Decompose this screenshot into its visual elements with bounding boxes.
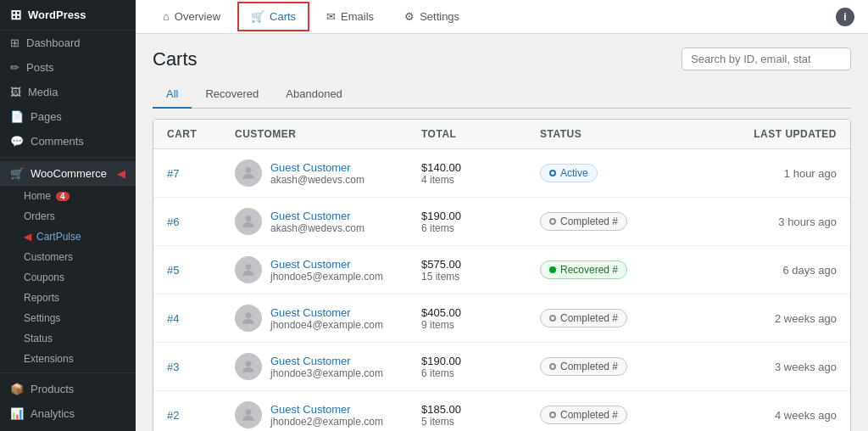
top-navigation: ⌂ Overview 🛒 Carts ✉ Emails ⚙ Settings i: [136, 0, 868, 34]
total-amount: $140.00: [421, 161, 540, 174]
col-last-updated: LAST UPDATED: [709, 128, 837, 140]
total-items: 5 items: [421, 416, 540, 428]
sidebar-item-posts[interactable]: ✏ Posts: [0, 55, 136, 80]
submenu-orders[interactable]: Orders: [0, 206, 136, 227]
total-items: 15 items: [421, 271, 540, 283]
customer-name[interactable]: Guest Customer: [270, 306, 383, 319]
customer-name[interactable]: Guest Customer: [270, 403, 383, 416]
total-amount: $405.00: [421, 306, 540, 319]
avatar: [235, 353, 262, 380]
sidebar-item-media[interactable]: 🖼 Media: [0, 80, 136, 104]
customer-name[interactable]: Guest Customer: [270, 161, 364, 174]
status-dot: [549, 170, 556, 176]
products-icon: 📦: [10, 383, 24, 395]
total-amount: $190.00: [421, 210, 540, 222]
sidebar-logo: ⊞ WordPress: [0, 0, 136, 31]
svg-point-5: [246, 409, 252, 415]
subtab-recovered[interactable]: Recovered: [192, 81, 272, 109]
submenu-cartpulse[interactable]: ◀ CartPulse: [0, 227, 136, 247]
status-badge: Completed #: [540, 212, 627, 231]
status-badge: Completed #: [540, 357, 627, 376]
status-badge: Completed #: [540, 406, 627, 424]
sidebar-item-products[interactable]: 📦 Products: [0, 377, 136, 401]
customer-cell: Guest Customer jhondoe2@example.com: [235, 401, 421, 428]
customer-email: jhondoe4@example.com: [270, 319, 383, 331]
tab-emails[interactable]: ✉ Emails: [313, 2, 387, 31]
dashboard-icon: ⊞: [10, 36, 19, 49]
content-area: Carts All Recovered Abandoned CART CUSTO…: [136, 34, 868, 431]
submenu-customers[interactable]: Customers: [0, 247, 136, 267]
customer-name[interactable]: Guest Customer: [270, 210, 364, 222]
cart-id[interactable]: #7: [167, 167, 235, 180]
customer-name[interactable]: Guest Customer: [270, 355, 383, 367]
cart-id[interactable]: #3: [167, 361, 235, 373]
wp-icon: ⊞: [10, 7, 21, 23]
total-amount: $190.00: [421, 355, 540, 367]
customer-email: akash@wedevs.com: [270, 222, 364, 234]
cart-id[interactable]: #6: [167, 216, 235, 228]
info-button[interactable]: i: [836, 8, 854, 26]
svg-point-3: [246, 312, 252, 318]
status-badge: Completed #: [540, 309, 627, 327]
last-updated: 3 hours ago: [709, 216, 837, 228]
status-dot: [549, 315, 556, 322]
home-badge: 4: [56, 192, 70, 201]
submenu-reports[interactable]: Reports: [0, 288, 136, 308]
gear-icon: ⚙: [404, 10, 415, 23]
sidebar-item-analytics[interactable]: 📊 Analytics: [0, 401, 136, 426]
svg-point-4: [246, 361, 252, 367]
submenu-extensions[interactable]: Extensions: [0, 349, 136, 369]
sub-tabs: All Recovered Abandoned: [153, 81, 851, 109]
sidebar-item-pages[interactable]: 📄 Pages: [0, 104, 136, 129]
col-customer: CUSTOMER: [235, 128, 421, 140]
cart-id[interactable]: #4: [167, 312, 235, 325]
woocommerce-icon: 🛒: [10, 167, 24, 180]
table-body: #7 Guest Customer akash@wedevs.com $140.…: [153, 149, 850, 431]
email-icon: ✉: [326, 10, 336, 23]
tab-carts[interactable]: 🛒 Carts: [237, 2, 309, 31]
total-items: 9 items: [421, 319, 540, 331]
avatar: [235, 160, 262, 187]
customer-email: akash@wedevs.com: [270, 174, 364, 186]
total-amount: $185.00: [421, 403, 540, 416]
sidebar-item-dashboard[interactable]: ⊞ Dashboard: [0, 31, 136, 55]
sidebar-item-comments[interactable]: 💬 Comments: [0, 129, 136, 154]
submenu-status[interactable]: Status: [0, 328, 136, 349]
status-badge: Recovered #: [540, 260, 627, 279]
avatar: [235, 256, 262, 283]
cart-id[interactable]: #2: [167, 409, 235, 422]
subtab-abandoned[interactable]: Abandoned: [272, 81, 356, 109]
posts-icon: ✏: [10, 61, 19, 74]
customer-cell: Guest Customer jhondoe5@example.com: [235, 256, 421, 283]
customer-email: jhondoe3@example.com: [270, 367, 383, 379]
cart-id[interactable]: #5: [167, 264, 235, 277]
last-updated: 1 hour ago: [709, 167, 837, 180]
pages-icon: 📄: [10, 110, 24, 123]
status-dot: [549, 363, 556, 370]
sidebar-item-marketing[interactable]: 📣 Marketing: [0, 426, 136, 431]
search-input[interactable]: [682, 48, 851, 70]
avatar: [235, 208, 262, 235]
col-total: TOTAL: [421, 128, 540, 140]
carts-table: CART CUSTOMER TOTAL STATUS LAST UPDATED …: [153, 119, 851, 431]
submenu-home[interactable]: Home 4: [0, 186, 136, 206]
table-header: CART CUSTOMER TOTAL STATUS LAST UPDATED: [153, 120, 850, 149]
logo-text: WordPress: [28, 8, 86, 21]
submenu-settings[interactable]: Settings: [0, 308, 136, 328]
media-icon: 🖼: [10, 86, 21, 98]
status-dot: [549, 266, 556, 273]
status-dot: [549, 411, 556, 418]
arrow-right-icon: ◀: [117, 167, 125, 180]
avatar: [235, 305, 262, 332]
subtab-all[interactable]: All: [153, 81, 192, 109]
table-row: #4 Guest Customer jhondoe4@example.com $…: [153, 294, 850, 343]
tab-overview[interactable]: ⌂ Overview: [149, 2, 234, 31]
sidebar-item-woocommerce[interactable]: 🛒 WooCommerce ◀: [0, 161, 136, 186]
table-row: #6 Guest Customer akash@wedevs.com $190.…: [153, 198, 850, 246]
submenu-coupons[interactable]: Coupons: [0, 267, 136, 288]
customer-name[interactable]: Guest Customer: [270, 258, 383, 271]
svg-point-2: [246, 264, 252, 270]
table-row: #5 Guest Customer jhondoe5@example.com $…: [153, 246, 850, 294]
status-badge: Active: [540, 164, 598, 182]
tab-settings[interactable]: ⚙ Settings: [391, 2, 473, 31]
